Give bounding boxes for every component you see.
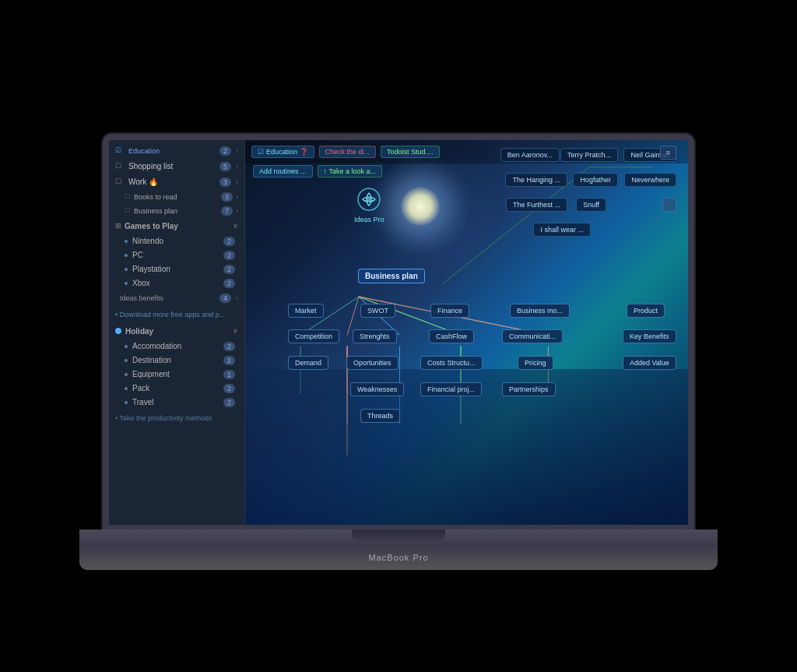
- sidebar-badge: 5: [219, 162, 231, 171]
- node-costs[interactable]: Costs Structu...: [420, 356, 483, 370]
- chevron-icon: ›: [236, 178, 238, 186]
- sidebar-item-bizplan[interactable]: ☐ Business plan 7 ›: [109, 204, 244, 218]
- dot-icon: [125, 359, 128, 362]
- node-demand[interactable]: Demand: [288, 356, 328, 370]
- sidebar-label: Shopping list: [128, 162, 219, 171]
- sidebar-item-shopping[interactable]: ☐ Shopping list 5 ›: [109, 159, 244, 174]
- sidebar-badge: 2: [223, 237, 235, 246]
- sidebar-badge: 2: [223, 265, 235, 274]
- laptop-brand-label: MacBook Pro: [368, 553, 428, 562]
- node-added-value[interactable]: Added Value: [623, 356, 676, 370]
- sidebar-item-ideas[interactable]: Ideas benefits 4 ›: [109, 290, 244, 306]
- sidebar-item-pc[interactable]: PC 2: [109, 248, 244, 262]
- chevron-icon: ›: [236, 294, 238, 302]
- node-finance[interactable]: Finance: [430, 304, 469, 318]
- node-product[interactable]: Product: [627, 304, 665, 318]
- chevron-icon: ›: [236, 207, 238, 215]
- sidebar-item-equipment[interactable]: Equipment 1: [109, 368, 244, 382]
- sidebar-label: Pack: [132, 384, 223, 392]
- laptop-screen: ☑ Education 2 › ☐ Shopping list 5 › ☐ Wo…: [103, 134, 694, 531]
- node-hogfather[interactable]: Hogfather: [573, 173, 618, 187]
- node-i-shall-wear[interactable]: I shall wear ...: [533, 223, 591, 237]
- node-communication[interactable]: Communicati...: [502, 329, 563, 343]
- menu-button[interactable]: ≡: [660, 146, 676, 160]
- sidebar-badge: 3: [221, 192, 233, 202]
- chevron-down-icon: ∨: [233, 222, 238, 230]
- node-market[interactable]: Market: [288, 304, 324, 318]
- node-furthest[interactable]: The Furthest ...: [506, 198, 567, 212]
- sidebar-item-nintendo[interactable]: Nintendo 2: [109, 234, 244, 248]
- node-small-square[interactable]: [662, 198, 676, 212]
- dot-icon: [125, 268, 128, 271]
- node-hanging[interactable]: The Hanging ...: [505, 173, 567, 187]
- sidebar-badge: 4: [219, 294, 231, 303]
- node-oportunities[interactable]: Oportunities: [346, 356, 398, 370]
- node-neverwhere[interactable]: Neverwhere: [624, 173, 676, 187]
- node-partnerships[interactable]: Partnerships: [502, 382, 556, 396]
- sidebar-productivity[interactable]: • Take the productivity methods: [109, 410, 244, 427]
- sidebar-badge: 3: [219, 178, 231, 187]
- dot-icon: [125, 345, 128, 348]
- sidebar-section-games[interactable]: ⊞ Games to Play ∨: [109, 218, 244, 234]
- task-chip-take-look[interactable]: ↑ Take a look a...: [318, 165, 382, 178]
- node-competition[interactable]: Competition: [288, 329, 339, 343]
- sidebar-item-travel[interactable]: Travel 2: [109, 396, 244, 410]
- sidebar-label: PC: [132, 251, 223, 259]
- sidebar-badge: 2: [223, 398, 235, 407]
- dot-icon: [125, 240, 128, 243]
- node-key-benefits[interactable]: Key Benefits: [623, 329, 676, 343]
- checkbox-icon: ☑: [115, 146, 125, 156]
- sidebar-section-holiday[interactable]: Holiday ∨: [109, 323, 244, 340]
- laptop-notch: [352, 530, 445, 540]
- node-business-plan[interactable]: Business plan: [358, 269, 425, 283]
- sidebar-item-pack[interactable]: Pack 2: [109, 382, 244, 396]
- dot-icon: [125, 373, 128, 376]
- node-ben-aaronov[interactable]: Ben Aaronov...: [500, 148, 560, 162]
- sidebar-item-playstation[interactable]: Playstation 2: [109, 262, 244, 276]
- sidebar-badge: 2: [223, 251, 235, 260]
- sidebar-badge: 2: [223, 356, 235, 365]
- node-cashflow[interactable]: CashFlow: [429, 329, 474, 343]
- sidebar-label: Destination: [132, 356, 223, 364]
- sidebar-item-xbox[interactable]: Xbox 2: [109, 276, 244, 290]
- node-strenghts[interactable]: Strenghts: [353, 329, 397, 343]
- checkbox-icon: ☐: [115, 162, 125, 171]
- laptop-base: MacBook Pro: [79, 530, 718, 570]
- node-pricing[interactable]: Pricing: [518, 356, 553, 370]
- sidebar-label: Holiday: [125, 327, 233, 336]
- dot-icon: [125, 282, 128, 285]
- chevron-down-icon: ∨: [233, 327, 238, 335]
- main-mindmap-area: ☑Education ❓ Check the di... Todoist Stu…: [245, 140, 688, 525]
- sidebar-badge: 2: [223, 279, 235, 288]
- node-threads[interactable]: Threads: [360, 409, 400, 423]
- dot-icon: [125, 387, 128, 390]
- sidebar-item-books[interactable]: ☐ Books to read 3 ›: [109, 190, 244, 204]
- node-swot[interactable]: SWOT: [360, 304, 395, 318]
- node-financial-proj[interactable]: Financial proj...: [420, 382, 482, 396]
- laptop-frame: ☑ Education 2 › ☐ Shopping list 5 › ☐ Wo…: [79, 134, 718, 570]
- sidebar-download[interactable]: • Download more free apps and p...: [109, 306, 244, 323]
- sidebar-label: Nintendo: [132, 237, 223, 245]
- dot-icon: [125, 401, 128, 404]
- node-weaknesses[interactable]: Weaknesses: [350, 382, 404, 396]
- sidebar-label: Accomodation: [132, 342, 223, 350]
- checkbox-icon: ☐: [115, 178, 125, 187]
- sidebar-label: Work 🔥: [128, 178, 219, 186]
- sidebar-label: Business plan: [134, 207, 221, 215]
- sidebar: ☑ Education 2 › ☐ Shopping list 5 › ☐ Wo…: [109, 140, 245, 525]
- node-snuff[interactable]: Snuff: [576, 198, 606, 212]
- sidebar-label: Equipment: [132, 370, 223, 378]
- sidebar-item-work[interactable]: ☐ Work 🔥 3 ›: [109, 174, 244, 190]
- dot-icon: [125, 254, 128, 257]
- sidebar-badge: 2: [223, 342, 235, 351]
- sidebar-badge: 2: [219, 146, 231, 156]
- sidebar-badge: 2: [223, 384, 235, 393]
- task-chip-add-routines[interactable]: Add routines ...: [253, 165, 313, 178]
- chevron-icon: ›: [236, 193, 238, 201]
- sidebar-item-accomodation[interactable]: Accomodation 2: [109, 340, 244, 354]
- sidebar-item-education[interactable]: ☑ Education 2 ›: [109, 143, 244, 159]
- sidebar-item-destination[interactable]: Destination 2: [109, 354, 244, 368]
- node-terry-pratch[interactable]: Terry Pratch...: [560, 148, 618, 162]
- node-business-model[interactable]: Business mo...: [510, 304, 570, 318]
- sidebar-badge: 7: [221, 206, 233, 216]
